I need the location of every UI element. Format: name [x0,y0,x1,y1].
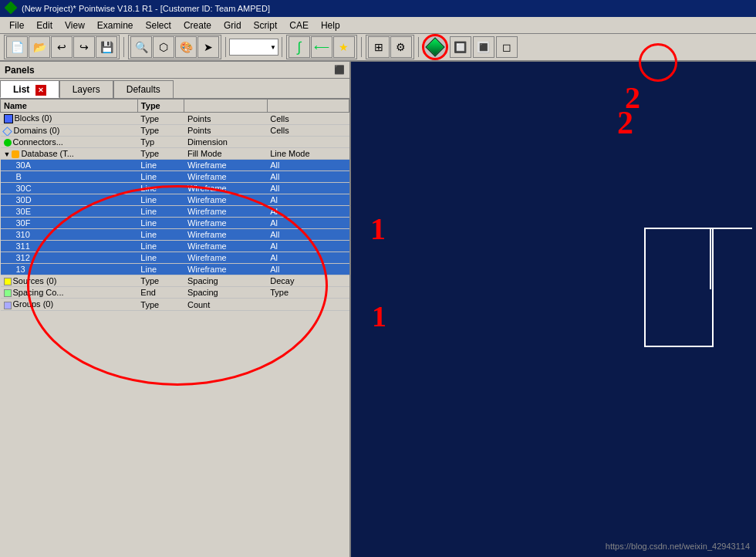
cell-name: Blocks (0) [1,113,138,125]
open-button[interactable]: 📂 [29,36,50,58]
color-button[interactable]: 🎨 [175,36,197,58]
table-body: Blocks (0) Type Points Cells Domains (0)… [1,113,349,311]
table-row[interactable]: Spacing Co... End Spacing Type [1,287,349,299]
menu-create[interactable]: Create [177,19,218,32]
angle-input[interactable]: 180.0 [230,42,268,52]
table-row[interactable]: 30C Line Wireframe All [1,183,349,194]
star-button[interactable]: ★ [333,36,355,58]
cell-name: Spacing Co... [1,287,138,299]
separator2 [225,37,226,57]
url-watermark: https://blog.csdn.net/weixin_42943114 [606,542,750,551]
annotation-number2: 2 [625,80,640,115]
table-row[interactable]: 13 Line Wireframe All [1,264,349,275]
separator1 [123,37,124,57]
tab-layers[interactable]: Layers [59,80,113,98]
cell-col3: Wireframe [184,252,267,264]
new-button[interactable]: 📄 [6,36,28,58]
toolbar-view-group: 🔍 ⬡ 🎨 ➤ [128,35,221,59]
curve-button[interactable]: ⟵ [311,36,332,58]
extra-btn1[interactable]: 🔲 [450,36,471,58]
wireframe-button[interactable]: ⬡ [153,36,174,58]
tab-defaults[interactable]: Defaults [113,80,174,98]
gem-icon [425,37,444,56]
table-row[interactable]: 30A Line Wireframe All [1,160,349,171]
cell-col4: Decay [267,275,349,287]
cell-col4: All [267,264,349,275]
cell-name: Sources (0) [1,275,138,287]
entity-table: Name Type Blocks (0) Type Points Cells D… [0,99,349,311]
table-row[interactable]: 30D Line Wireframe Al [1,194,349,206]
cell-name: Groups (0) [1,299,138,310]
extra-btn3[interactable]: ◻ [496,36,518,58]
green-curve-button[interactable]: ∫ [289,36,310,58]
cell-col4 [267,137,349,148]
arrow-button[interactable]: ➤ [197,36,219,58]
cell-col4: All [267,160,349,171]
menu-cae[interactable]: CAE [283,19,315,32]
menu-help[interactable]: Help [315,19,346,32]
angle-dropdown-arrow[interactable]: ▼ [268,44,278,51]
menu-examine[interactable]: Examine [91,19,140,32]
table-row[interactable]: 312 Line Wireframe Al [1,252,349,264]
list-table[interactable]: Name Type Blocks (0) Type Points Cells D… [0,99,349,557]
cell-name: Connectors... [1,137,138,148]
save-button[interactable]: 💾 [96,36,117,58]
cell-col4: Al [267,218,349,229]
cell-name: 310 [1,229,138,241]
cell-type: Line [137,171,184,183]
cell-type: Type [137,148,184,160]
cell-col4: All [267,171,349,183]
table-row[interactable]: Domains (0) Type Points Cells [1,125,349,137]
cell-col3: Wireframe [184,218,267,229]
panels-restore-btn[interactable]: ⬛ [334,65,345,75]
cell-col4: All [267,229,349,241]
cell-name: 30D [1,194,138,206]
panels-title: Panels [5,65,35,76]
cell-col3: Wireframe [184,171,267,183]
grid-button[interactable]: ⊞ [368,36,390,58]
table-row[interactable]: Blocks (0) Type Points Cells [1,113,349,125]
cell-col4: Cells [267,125,349,137]
cell-type: Line [137,183,184,194]
titlebar: (New Project)* Pointwise V18.1 R1 - [Cus… [0,0,756,17]
viewport-rect2 [710,228,752,289]
table-row[interactable]: Connectors... Typ Dimension [1,137,349,148]
col-type: Type [137,100,184,113]
menu-edit[interactable]: Edit [30,19,59,32]
table-row[interactable]: Sources (0) Type Spacing Decay [1,275,349,287]
menu-grid[interactable]: Grid [218,19,248,32]
table-row[interactable]: B Line Wireframe All [1,171,349,183]
menu-select[interactable]: Select [140,19,177,32]
cell-name: Domains (0) [1,125,138,137]
menu-view[interactable]: View [59,19,91,32]
cell-name: 30F [1,218,138,229]
cell-col3: Wireframe [184,183,267,194]
gem-button-highlighted[interactable] [422,34,448,60]
viewport[interactable]: 2 1 https://blog.csdn.net/weixin_4294311… [351,62,756,557]
undo-button[interactable]: ↩ [51,36,73,58]
cell-col4 [267,299,349,310]
cell-type: Line [137,218,184,229]
cell-name: 311 [1,241,138,252]
separator5 [418,37,419,57]
cell-name: 30E [1,206,138,218]
table-row[interactable]: 30F Line Wireframe Al [1,218,349,229]
cell-col4: Al [267,241,349,252]
extra-btn2[interactable]: 🔳 [473,36,494,58]
cell-col3: Wireframe [184,160,267,171]
title-text: (New Project)* Pointwise V18.1 R1 - [Cus… [22,4,270,13]
table-row[interactable]: 310 Line Wireframe All [1,229,349,241]
menu-file[interactable]: File [3,19,30,32]
list-tab-close[interactable]: ✕ [35,85,46,96]
adjust-button[interactable]: ⚙ [390,36,412,58]
viewport-rect1 [644,228,714,347]
tab-list[interactable]: List ✕ [0,80,59,98]
redo-button[interactable]: ↪ [73,36,95,58]
table-row[interactable]: 30E Line Wireframe Al [1,206,349,218]
table-row[interactable]: Groups (0) Type Count [1,299,349,310]
table-row[interactable]: 311 Line Wireframe Al [1,241,349,252]
angle-combo[interactable]: 180.0 ▼ [229,39,278,56]
examine-button[interactable]: 🔍 [130,36,152,58]
table-row[interactable]: ▼Database (T... Type Fill Mode Line Mode [1,148,349,160]
menu-script[interactable]: Script [248,19,284,32]
